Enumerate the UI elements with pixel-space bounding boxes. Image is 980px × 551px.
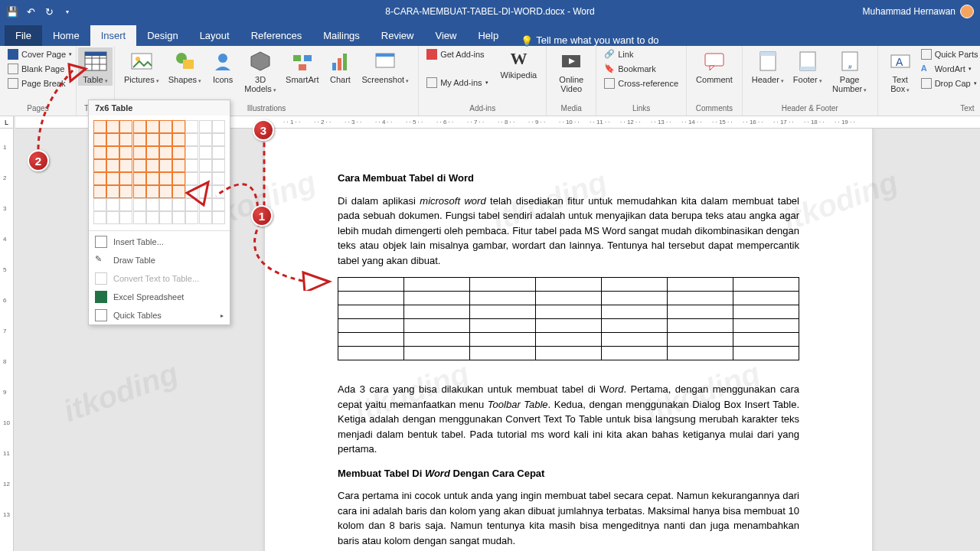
grid-cell[interactable] [133, 146, 146, 159]
tab-design[interactable]: Design [136, 25, 188, 46]
grid-cell[interactable] [106, 198, 119, 211]
my-addins-button[interactable]: My Add-ins▾ [423, 76, 491, 90]
grid-cell[interactable] [212, 211, 225, 224]
grid-cell[interactable] [212, 185, 225, 198]
grid-cell[interactable] [93, 172, 106, 185]
grid-cell[interactable] [185, 172, 198, 185]
grid-cell[interactable] [146, 172, 159, 185]
grid-cell[interactable] [172, 172, 185, 185]
grid-cell[interactable] [172, 211, 185, 224]
quick-tables-item[interactable]: Quick Tables▸ [89, 306, 230, 324]
grid-cell[interactable] [159, 120, 172, 133]
grid-cell[interactable] [212, 120, 225, 133]
screenshot-button[interactable]: Screenshot [357, 47, 413, 86]
shapes-button[interactable]: Shapes [164, 47, 206, 86]
grid-cell[interactable] [212, 159, 225, 172]
xref-button[interactable]: Cross-reference [601, 77, 681, 90]
page-break-button[interactable]: Page Break [5, 77, 68, 90]
grid-cell[interactable] [119, 172, 132, 185]
smartart-button[interactable]: SmartArt [281, 47, 323, 86]
grid-cell[interactable] [133, 185, 146, 198]
grid-cell[interactable] [146, 133, 159, 146]
grid-cell[interactable] [199, 185, 212, 198]
insert-table-item[interactable]: Insert Table... [89, 233, 230, 251]
grid-cell[interactable] [185, 146, 198, 159]
quickparts-button[interactable]: Quick Parts▾ [918, 47, 980, 61]
convert-text-item[interactable]: Convert Text to Table... [89, 269, 230, 288]
grid-cell[interactable] [106, 146, 119, 159]
grid-cell[interactable] [119, 185, 132, 198]
ruler-corner[interactable]: L [0, 116, 14, 129]
grid-cell[interactable] [133, 198, 146, 211]
document-page[interactable]: Cara Membuat Tabel di Word Di dalam apli… [265, 129, 872, 551]
tab-insert[interactable]: Insert [90, 25, 137, 46]
undo-icon[interactable]: ↶ [24, 5, 37, 18]
grid-cell[interactable] [199, 211, 212, 224]
grid-cell[interactable] [106, 185, 119, 198]
grid-cell[interactable] [185, 198, 198, 211]
grid-cell[interactable] [172, 133, 185, 146]
tab-references[interactable]: References [240, 25, 312, 46]
grid-cell[interactable] [146, 146, 159, 159]
table-button[interactable]: Table [78, 47, 112, 86]
bookmark-button[interactable]: 🔖Bookmark [601, 62, 659, 76]
grid-cell[interactable] [146, 159, 159, 172]
grid-cell[interactable] [212, 146, 225, 159]
grid-cell[interactable] [172, 120, 185, 133]
link-button[interactable]: 🔗Link [601, 47, 636, 61]
blank-page-button[interactable]: Blank Page [5, 62, 67, 76]
grid-cell[interactable] [106, 211, 119, 224]
grid-cell[interactable] [93, 146, 106, 159]
grid-cell[interactable] [185, 120, 198, 133]
comment-button[interactable]: Comment [691, 47, 737, 86]
user-avatar[interactable] [960, 5, 974, 18]
grid-cell[interactable] [159, 159, 172, 172]
grid-cell[interactable] [212, 198, 225, 211]
grid-cell[interactable] [159, 185, 172, 198]
grid-cell[interactable] [212, 172, 225, 185]
table-grid-picker[interactable] [89, 116, 230, 229]
grid-cell[interactable] [185, 185, 198, 198]
grid-cell[interactable] [199, 146, 212, 159]
grid-cell[interactable] [172, 146, 185, 159]
grid-cell[interactable] [159, 133, 172, 146]
3dmodels-button[interactable]: 3D Models [240, 47, 281, 95]
grid-cell[interactable] [146, 120, 159, 133]
grid-cell[interactable] [93, 120, 106, 133]
grid-cell[interactable] [199, 159, 212, 172]
tell-me-search[interactable]: 💡 Tell me what you want to do [521, 34, 658, 46]
tab-file[interactable]: File [5, 25, 42, 46]
excel-spreadsheet-item[interactable]: Excel Spreadsheet [89, 288, 230, 306]
header-button[interactable]: Header [747, 47, 789, 86]
grid-cell[interactable] [159, 146, 172, 159]
dropcap-button[interactable]: Drop Cap▾ [918, 77, 980, 90]
grid-cell[interactable] [199, 198, 212, 211]
grid-cell[interactable] [119, 133, 132, 146]
draw-table-item[interactable]: ✎Draw Table [89, 251, 230, 269]
grid-cell[interactable] [133, 172, 146, 185]
grid-cell[interactable] [159, 198, 172, 211]
chart-button[interactable]: Chart [323, 47, 357, 86]
grid-cell[interactable] [119, 198, 132, 211]
get-addins-button[interactable]: Get Add-ins [423, 47, 491, 61]
textbox-button[interactable]: AText Box [883, 47, 918, 95]
grid-cell[interactable] [172, 185, 185, 198]
tab-help[interactable]: Help [467, 25, 509, 46]
icons-button[interactable]: Icons [206, 47, 240, 86]
grid-cell[interactable] [146, 185, 159, 198]
grid-cell[interactable] [133, 120, 146, 133]
grid-cell[interactable] [212, 133, 225, 146]
qat-customize-icon[interactable]: ▾ [61, 5, 74, 18]
redo-icon[interactable]: ↻ [43, 5, 55, 18]
grid-cell[interactable] [93, 211, 106, 224]
grid-cell[interactable] [93, 198, 106, 211]
tab-review[interactable]: Review [371, 25, 425, 46]
grid-cell[interactable] [185, 159, 198, 172]
tab-layout[interactable]: Layout [189, 25, 240, 46]
footer-button[interactable]: Footer [789, 47, 827, 86]
pictures-button[interactable]: Pictures [119, 47, 164, 86]
grid-cell[interactable] [106, 120, 119, 133]
tab-mailings[interactable]: Mailings [312, 25, 371, 46]
tab-view[interactable]: View [424, 25, 467, 46]
pagenum-button[interactable]: #Page Number [827, 47, 873, 95]
